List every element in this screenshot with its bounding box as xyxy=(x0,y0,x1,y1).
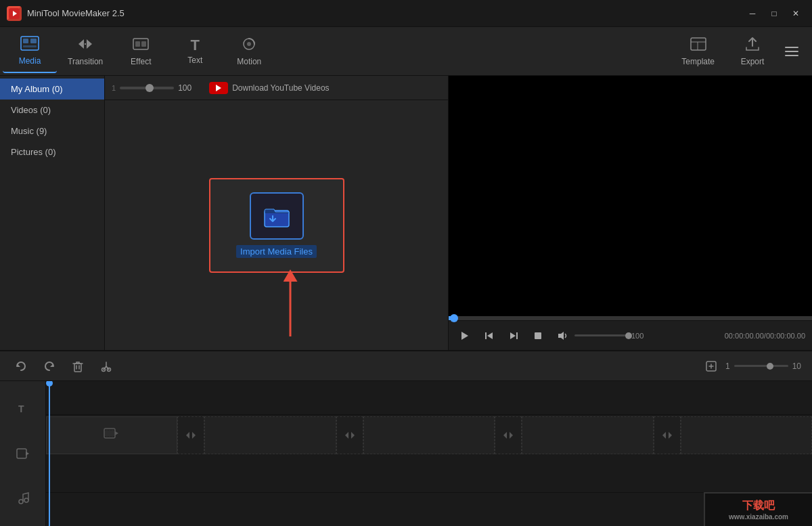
video-cell-icon xyxy=(104,426,120,445)
transition-cell-2[interactable] xyxy=(336,416,363,454)
timeline-tracks xyxy=(46,381,812,526)
sidebar-item-pictures[interactable]: Pictures (0) xyxy=(0,141,104,162)
svg-rect-30 xyxy=(17,449,26,458)
video-cell-main[interactable] xyxy=(46,416,177,454)
transition-icon xyxy=(76,37,95,54)
text-icon: T xyxy=(191,38,200,53)
video-cell-empty-4[interactable] xyxy=(681,416,812,454)
text-track-icon: T xyxy=(11,397,35,421)
svg-rect-8 xyxy=(135,41,140,47)
svg-marker-35 xyxy=(115,431,118,435)
transition-cell-3[interactable] xyxy=(495,416,522,454)
svg-marker-18 xyxy=(487,332,493,339)
video-track-icon xyxy=(11,441,35,466)
svg-rect-2 xyxy=(21,37,39,50)
stop-button[interactable] xyxy=(528,326,547,345)
youtube-icon xyxy=(209,82,228,94)
zoom-slider-container[interactable]: 1 100 xyxy=(112,83,198,93)
svg-rect-9 xyxy=(141,41,146,47)
svg-marker-24 xyxy=(50,364,53,367)
toolbar-template[interactable]: Template xyxy=(671,30,725,73)
toolbar-export[interactable]: Export xyxy=(725,30,780,73)
menu-line-1 xyxy=(785,47,798,48)
prev-frame-button[interactable] xyxy=(480,326,499,345)
effect-icon xyxy=(131,37,150,54)
sidebar-item-music[interactable]: Music (9) xyxy=(0,120,104,141)
cut-button[interactable] xyxy=(96,356,116,376)
toolbar-motion[interactable]: Motion xyxy=(222,30,276,73)
download-yt-label: Download YouTube Videos xyxy=(232,83,329,93)
video-cell-empty-2[interactable] xyxy=(363,416,495,454)
svg-rect-5 xyxy=(23,45,37,47)
media-toolbar: 1 100 Download YouTube Videos xyxy=(105,76,448,100)
zoom-slider[interactable] xyxy=(120,87,174,89)
volume-icon[interactable] xyxy=(553,326,572,345)
video-cell-empty-1[interactable] xyxy=(204,416,336,454)
toolbar-transition[interactable]: Transition xyxy=(57,30,114,73)
time-display: 00:00:00.00/00:00:00.00 xyxy=(725,332,805,340)
timeline-playhead[interactable] xyxy=(49,381,50,526)
app-logo xyxy=(7,6,22,21)
menu-button[interactable] xyxy=(780,39,804,64)
timeline-track-icons: T xyxy=(0,381,46,526)
window-controls: ─ □ ✕ xyxy=(743,6,805,21)
svg-text:T: T xyxy=(18,403,24,414)
preview-progress[interactable] xyxy=(449,316,812,320)
transition-cell-4[interactable] xyxy=(654,416,681,454)
svg-rect-12 xyxy=(691,38,706,50)
play-button[interactable] xyxy=(455,326,474,345)
menu-line-3 xyxy=(785,55,798,56)
template-icon xyxy=(689,37,708,54)
download-youtube-button[interactable]: Download YouTube Videos xyxy=(209,82,329,94)
volume-value: 100 xyxy=(631,332,644,340)
toolbar: Media Transition Effect T Text xyxy=(0,27,812,76)
close-button[interactable]: ✕ xyxy=(786,6,805,21)
minimize-button[interactable]: ─ xyxy=(743,6,762,21)
redo-button[interactable] xyxy=(39,356,60,376)
video-cell-empty-3[interactable] xyxy=(522,416,653,454)
menu-line-2 xyxy=(785,51,798,52)
import-area[interactable]: Import Media Files xyxy=(209,178,344,273)
export-label: Export xyxy=(741,57,765,66)
import-label[interactable]: Import Media Files xyxy=(236,245,317,258)
media-panel: 1 100 Download YouTube Videos xyxy=(105,76,449,350)
effect-label: Effect xyxy=(131,57,151,66)
media-icon xyxy=(20,36,39,53)
sidebar-item-my-album[interactable]: My Album (0) xyxy=(0,79,104,100)
timeline-zoom-slider[interactable] xyxy=(734,365,788,367)
toolbar-effect[interactable]: Effect xyxy=(114,30,168,73)
motion-icon xyxy=(240,37,258,54)
svg-marker-16 xyxy=(461,332,468,340)
sidebar-item-videos[interactable]: Videos (0) xyxy=(0,100,104,120)
preview-panel: 100 00:00:00.00/00:00:00.00 xyxy=(449,76,812,350)
import-folder-icon xyxy=(263,204,290,228)
timeline-zoom-controls: 1 10 xyxy=(701,356,801,376)
timeline-content: T xyxy=(0,381,812,526)
toolbar-media[interactable]: Media xyxy=(3,30,57,73)
volume-thumb xyxy=(625,332,632,339)
transition-cell-1[interactable] xyxy=(177,416,204,454)
delete-button[interactable] xyxy=(68,356,88,376)
timeline-video-row xyxy=(46,415,812,456)
next-frame-button[interactable] xyxy=(504,326,523,345)
timeline-zoom-start: 1 xyxy=(725,361,730,371)
preview-dot xyxy=(450,314,458,322)
toolbar-text[interactable]: T Text xyxy=(168,30,222,73)
zoom-min-label: 1 xyxy=(112,84,116,92)
undo-button[interactable] xyxy=(11,356,31,376)
svg-rect-3 xyxy=(23,39,28,43)
import-icon-box xyxy=(250,192,304,240)
volume-slider[interactable] xyxy=(574,334,629,336)
svg-rect-4 xyxy=(30,39,37,43)
transition-label: Transition xyxy=(68,57,103,66)
timeline-section: 1 10 T xyxy=(0,350,812,526)
maximize-button[interactable]: □ xyxy=(765,6,784,21)
expand-button[interactable] xyxy=(701,356,721,376)
watermark-line1: 下载吧 xyxy=(729,499,788,513)
watermark-line2: www.xiazaiba.com xyxy=(729,513,788,521)
media-content: Import Media Files xyxy=(105,100,448,350)
svg-point-33 xyxy=(24,498,28,502)
zoom-thumb xyxy=(145,84,154,92)
audio-track-icon xyxy=(11,486,35,510)
main-content: My Album (0) Videos (0) Music (9) Pictur… xyxy=(0,76,812,350)
